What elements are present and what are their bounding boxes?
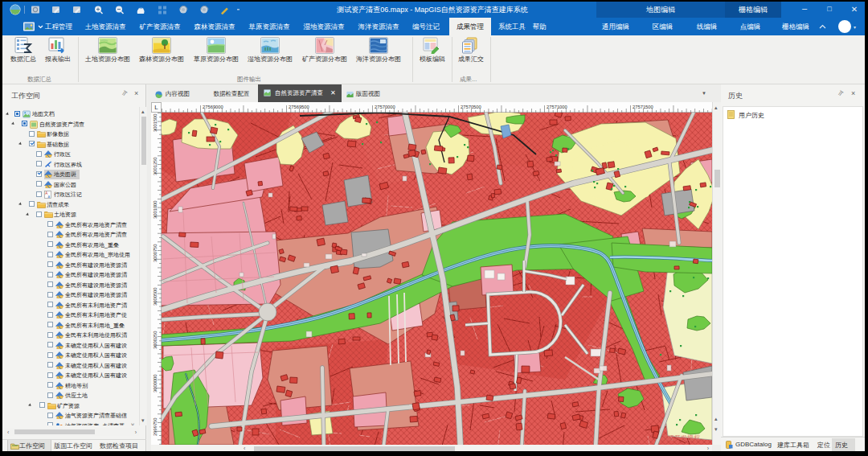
svg-text:高级开发授权: 高级开发授权 — [661, 434, 700, 442]
svg-text:27570500: 27570500 — [461, 105, 481, 109]
svg-text:3001250: 3001250 — [153, 157, 158, 175]
svg-text:27569000: 27569000 — [203, 105, 223, 109]
svg-text:27571000: 27571000 — [547, 105, 567, 109]
svg-text:3000000: 3000000 — [153, 374, 158, 392]
svg-text:27570000: 27570000 — [375, 105, 395, 109]
svg-text:3001000: 3001000 — [153, 200, 158, 219]
svg-text:27571500: 27571500 — [633, 105, 653, 109]
svg-text:3000250: 3000250 — [153, 331, 158, 349]
svg-text:3000750: 3000750 — [153, 244, 158, 262]
svg-text:2999750: 2999750 — [153, 417, 158, 436]
svg-text:27569500: 27569500 — [289, 105, 309, 109]
svg-text:3001500: 3001500 — [153, 113, 158, 132]
svg-text:3000500: 3000500 — [153, 287, 158, 306]
